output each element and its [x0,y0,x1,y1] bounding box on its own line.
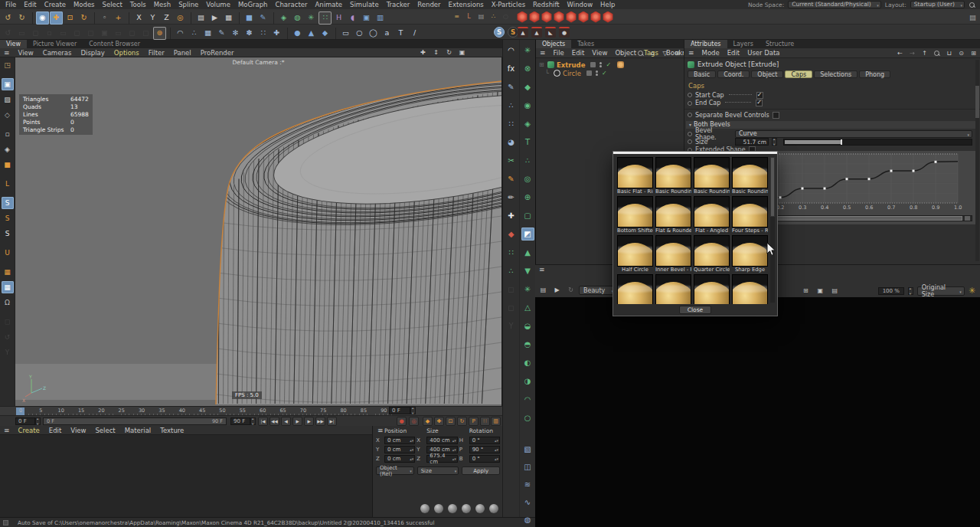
bevel-preset-flat-rounded[interactable]: Flat & Rounded... [655,196,691,235]
nurbs-red-icon[interactable]: ◆ [505,227,518,241]
disabled-tool-7[interactable]: ▢ [84,27,97,40]
metaball-generator-icon[interactable]: ∴ [521,154,534,167]
preset-thumbnail[interactable] [694,235,730,267]
x-axis-lock[interactable]: X [132,11,145,25]
rot-b-field[interactable]: 0 °▴▾ [469,455,500,463]
snap-2d-icon[interactable]: S [508,27,518,38]
disabled-tool-4[interactable]: ▫ [43,27,56,40]
pv-window-icon[interactable]: ▣ [815,286,825,296]
zoom-view-icon[interactable]: ↕ [431,48,441,58]
matrix-tool[interactable]: ▦ [201,27,214,40]
lathe-nurbs-icon[interactable]: ◉ [521,99,534,112]
scatter-tool[interactable]: ∷ [256,27,270,40]
fx-icon[interactable]: fx [505,62,518,75]
enabled-check-icon[interactable]: ✓ [602,70,607,77]
viewport-menu-icon[interactable]: ≡ [0,49,14,57]
circle-spline[interactable]: ○ [353,27,366,40]
mograph-flower-icon[interactable]: ✳ [521,283,534,296]
motext-spline[interactable]: T [394,27,407,40]
material-menu-select[interactable]: Select [90,427,119,434]
polygons-mode-icon[interactable]: ■ [2,159,14,171]
axis-modifier-icon[interactable]: ≡ [452,12,462,22]
rotate-tool[interactable]: ↻ [77,11,90,25]
extrude-nurbs-icon[interactable]: ◆ [521,80,534,93]
prev-frame-button[interactable]: ◀ [281,417,291,426]
cross-tool-icon[interactable]: ✚ [505,209,518,222]
new-panel-icon[interactable]: ⊞ [969,48,978,58]
attributes-scrollbar[interactable] [975,60,979,261]
camera-button[interactable]: ▣ [360,11,373,25]
pen-icon[interactable]: ✎ [505,172,518,185]
pyramid-icon[interactable]: △ [521,301,534,314]
ellipse-spline[interactable]: ◯ [367,27,380,40]
key-scale-button[interactable]: ⊡ [446,417,456,426]
copy-image-icon[interactable]: ▤ [830,286,840,296]
texture-mode-icon[interactable]: ▨ [2,93,14,106]
objects-tab-objects[interactable]: Objects [536,40,571,48]
goto-end-button[interactable]: ▶| [327,417,337,426]
bevel-preset-item-14[interactable] [655,274,691,304]
cloth-button[interactable]: ◍ [291,11,304,25]
menu-tools[interactable]: Tools [126,1,150,8]
rotate-view-icon[interactable]: ↻ [444,48,454,58]
pencil-icon[interactable]: ✏ [505,191,518,204]
bevel-preset-item-15[interactable] [694,274,730,304]
fracture-green-icon[interactable]: ∴ [505,264,518,277]
objects-menu-file[interactable]: File [550,49,568,57]
size-field[interactable]: 51.7 cm [735,138,769,146]
objects-menu-edit[interactable]: Edit [568,49,588,57]
key-position-button[interactable]: ✚ [434,417,444,426]
menu-character[interactable]: Character [272,1,312,8]
bend-deformer-icon[interactable]: ▧ [521,443,534,456]
text-spline[interactable]: a [381,27,394,40]
cloner-green-icon[interactable]: ∷ [505,246,518,259]
attributes-menu-edit[interactable]: Edit [724,49,743,57]
arc-tool[interactable]: ◠ [174,27,187,40]
mirror-disabled-icon[interactable]: Y [2,346,14,358]
points-mode-icon[interactable]: ▫ [2,128,14,140]
notes-icon[interactable]: ▤ [476,12,486,22]
history-disabled-icon[interactable]: ◻ [2,316,14,328]
refresh-icon[interactable]: ↻ [566,286,576,296]
forward-icon[interactable]: → [907,48,917,58]
size-x-field[interactable]: 400 cm▴▾ [426,437,457,444]
bevel-preset-inner-bevel-ro[interactable]: Inner Bevel - Ro... [655,235,691,274]
search-icon[interactable] [635,48,645,58]
next-frame-button[interactable]: ▶ [304,417,314,426]
tree-item-circle[interactable]: └ Circle ✓ [536,69,684,77]
add-image-icon[interactable]: ⊞ [801,286,811,296]
objects-tab-takes[interactable]: Takes [571,40,600,48]
material-sphere-icon-5[interactable] [475,504,485,513]
preset-thumbnail[interactable] [617,157,653,188]
object-tab-basic[interactable]: Basic [688,70,716,78]
undo-disabled-icon[interactable]: ↺ [2,331,14,343]
sweep-arc-icon[interactable]: ◠ [521,393,534,406]
viewport-tab-picture-viewer[interactable]: Picture Viewer [27,40,83,48]
search-icon[interactable] [969,2,975,8]
play-button[interactable]: ▶ [292,417,302,426]
anim-dot-icon[interactable] [688,139,692,144]
preset-thumbnail[interactable] [694,157,730,188]
phong-tag-icon[interactable] [617,61,624,68]
tree-item-extrude[interactable]: ⊞ Extrude ✓ [536,61,684,69]
redshift-sun-tool[interactable] [590,11,601,23]
redshift-domelight-icon[interactable]: ▲ [531,27,542,38]
axis-snap-icon[interactable]: ∴ [488,12,498,22]
line-spline[interactable]: / [408,27,421,40]
capsule-icon[interactable]: ◐ [521,356,534,369]
workplane-mode-icon[interactable]: ◇ [2,109,14,121]
preset-thumbnail[interactable] [655,196,691,227]
end-frame-input[interactable]: 90 F [230,417,250,425]
material-menu-view[interactable]: View [66,427,90,434]
metaball-button[interactable]: ◖ [346,11,359,25]
mesh-omega-icon[interactable]: Ω [2,296,14,309]
lock-icon[interactable]: ⊔ [944,48,954,58]
disabled-tool-8[interactable]: ▣ [98,27,111,40]
material-menu-create[interactable]: Create [14,427,44,434]
end-cap-checkbox[interactable] [756,100,763,106]
separate-bevel-checkbox[interactable] [773,112,779,119]
anim-dot-icon[interactable] [688,93,692,97]
redshift-portal-icon[interactable]: ◣ [545,27,556,38]
disabled-strip-2[interactable]: ◻ [505,301,518,314]
live-selection-tool[interactable]: ◉ [36,11,49,25]
